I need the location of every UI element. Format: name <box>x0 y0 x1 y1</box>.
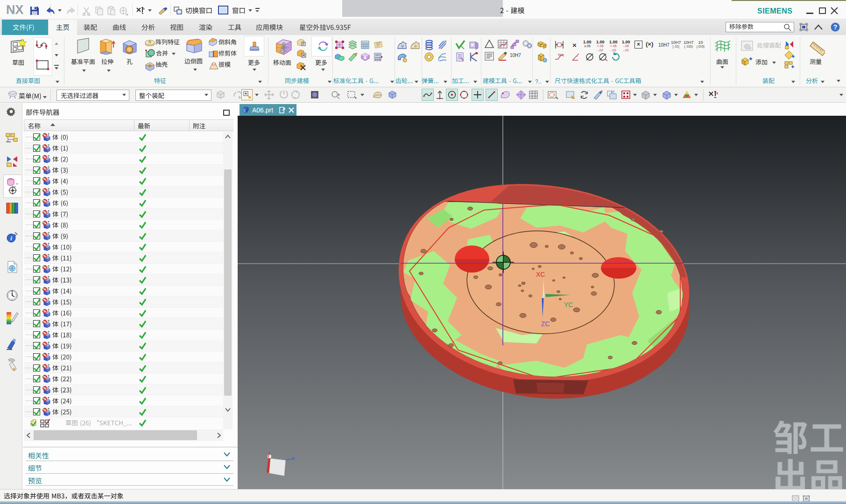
svg-text:x: x <box>716 91 718 95</box>
svg-text:°: ° <box>576 55 578 59</box>
svg-text:i: i <box>10 235 12 242</box>
svg-text:R|d|: R|d| <box>558 53 564 57</box>
svg-text:ZC: ZC <box>541 320 550 328</box>
svg-text:XC: XC <box>536 271 545 278</box>
svg-text:YC: YC <box>564 301 573 308</box>
svg-text:x: x <box>143 7 145 10</box>
svg-text:?: ? <box>833 23 838 31</box>
